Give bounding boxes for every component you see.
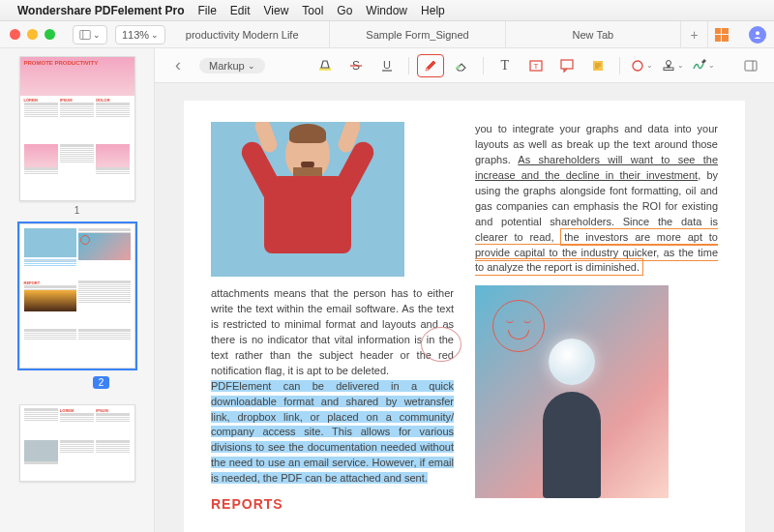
app-name[interactable]: Wondershare PDFelement Pro: [17, 4, 185, 17]
signature-tool[interactable]: ⌄: [690, 54, 717, 77]
thumb-label-1: 1: [8, 205, 146, 216]
menu-window[interactable]: Window: [366, 4, 407, 17]
svg-point-16: [666, 60, 670, 65]
sidebar-toggle-button[interactable]: ⌄: [73, 25, 107, 44]
svg-rect-18: [664, 68, 673, 71]
title-bar: ⌄ 113% ⌄ productivity Modern Life Sample…: [0, 21, 774, 48]
svg-rect-19: [745, 61, 757, 71]
tab-sample-form[interactable]: Sample Form_Signed: [330, 21, 505, 47]
document-viewport[interactable]: attachments means that the person has to…: [155, 83, 774, 532]
fullscreen-window-icon[interactable]: [45, 29, 55, 40]
zoom-value: 113%: [122, 29, 149, 41]
tab-grid-button[interactable]: [708, 21, 735, 47]
menu-help[interactable]: Help: [421, 4, 445, 17]
tab-productivity[interactable]: productivity Modern Life: [155, 21, 330, 47]
panel-toggle-button[interactable]: [737, 54, 764, 77]
svg-text:T: T: [533, 62, 538, 71]
hand-graphic: [543, 392, 601, 498]
left-column: attachments means that the person has to…: [211, 122, 454, 532]
menu-view[interactable]: View: [264, 4, 289, 17]
menubar: Wondershare PDFelement Pro File Edit Vie…: [0, 0, 774, 21]
right-column: you to integrate your graphs and data in…: [475, 122, 718, 532]
reports-heading: REPORTS: [211, 494, 454, 514]
svg-point-15: [633, 61, 642, 71]
left-para-1: attachments means that the person has to…: [211, 287, 454, 376]
markup-dropdown[interactable]: Markup⌄: [199, 58, 265, 74]
menu-edit[interactable]: Edit: [230, 4, 251, 17]
shape-tool[interactable]: ⌄: [628, 54, 655, 77]
thumb-label-2: 2: [93, 376, 110, 389]
thumbnails-sidebar: PROMOTE PRODUCTIVITY LOREMIPSUMDOLOR 1 R…: [0, 48, 155, 532]
highlight-tool[interactable]: [312, 54, 339, 77]
user-avatar[interactable]: [749, 26, 766, 44]
svg-rect-10: [561, 60, 573, 69]
circle-annotation[interactable]: [421, 327, 461, 362]
svg-text:U: U: [383, 59, 391, 71]
lightbulb-graphic: [549, 339, 595, 385]
secondary-photo: [475, 285, 669, 498]
svg-point-2: [756, 31, 759, 35]
page-thumbnail-2[interactable]: REPORT: [19, 223, 135, 369]
back-button[interactable]: ‹: [164, 54, 192, 77]
underline-tool[interactable]: U: [373, 54, 401, 77]
left-para-2-highlighted: PDFElement can be delivered in a quick d…: [211, 380, 454, 485]
page-thumbnail-3[interactable]: LOREMIPSUM: [19, 404, 135, 482]
minimize-window-icon[interactable]: [27, 29, 38, 40]
menu-tool[interactable]: Tool: [302, 4, 323, 17]
annotation-toolbar: ‹ Markup⌄ S U T T ⌄ ⌄ ⌄: [155, 48, 774, 83]
page-content: attachments means that the person has to…: [184, 101, 745, 532]
page-thumbnail-1[interactable]: PROMOTE PRODUCTIVITY LOREMIPSUMDOLOR: [19, 56, 135, 201]
sticky-note-tool[interactable]: [584, 54, 611, 77]
tab-new[interactable]: New Tab: [506, 21, 681, 47]
strikethrough-tool[interactable]: S: [342, 54, 370, 77]
hero-photo: [211, 122, 404, 277]
window-controls: [10, 29, 55, 40]
text-tool[interactable]: T: [491, 54, 519, 77]
textbox-tool[interactable]: T: [522, 54, 550, 77]
new-tab-button[interactable]: +: [681, 21, 708, 47]
eraser-tool[interactable]: [448, 54, 475, 77]
close-window-icon[interactable]: [10, 29, 20, 40]
smile-annotation[interactable]: [492, 300, 545, 352]
svg-rect-0: [80, 30, 91, 39]
menu-file[interactable]: File: [198, 4, 217, 17]
callout-tool[interactable]: [553, 54, 580, 77]
pencil-tool[interactable]: [417, 54, 444, 77]
menu-go[interactable]: Go: [337, 4, 352, 17]
stamp-tool[interactable]: ⌄: [659, 54, 686, 77]
